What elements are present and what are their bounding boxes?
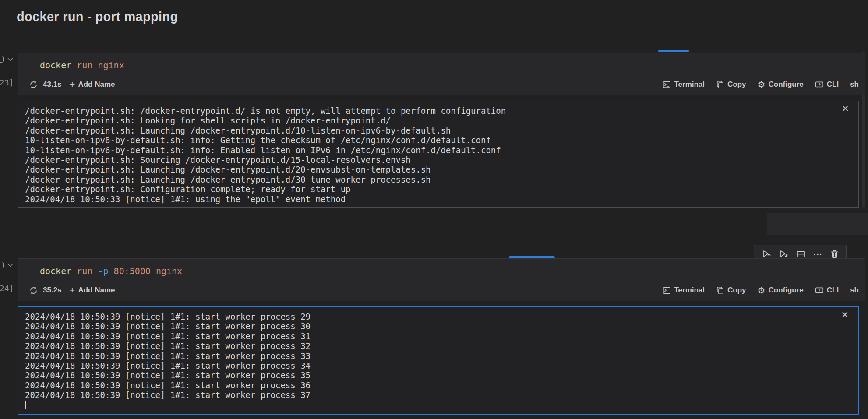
cell-output-focused[interactable]: 2024/04/18 10:50:39 [notice] 1#1: start … xyxy=(18,306,859,415)
log-line: /docker-entrypoint.sh: Looking for shell… xyxy=(25,116,841,125)
delete-cell-button[interactable] xyxy=(830,250,839,259)
terminal-icon xyxy=(663,286,671,295)
add-name-label: Add Name xyxy=(78,80,115,89)
cli-icon xyxy=(815,81,824,89)
code-editor-line[interactable]: docker run nginx xyxy=(40,59,124,71)
chevron-down-icon[interactable] xyxy=(7,263,14,268)
terminal-button[interactable]: Terminal xyxy=(663,80,705,89)
log-line: 2024/04/18 10:50:39 [notice] 1#1: start … xyxy=(25,321,841,331)
plus-icon: + xyxy=(70,285,75,295)
cell-toolbar: Terminal Copy ⚙ Configure CLI sh xyxy=(663,282,859,299)
cli-button[interactable]: CLI xyxy=(815,286,839,295)
terminal-caret xyxy=(25,401,26,409)
add-name-button[interactable]: + Add Name xyxy=(70,80,115,89)
cell-progress-indicator-top xyxy=(658,50,689,52)
copy-button[interactable]: Copy xyxy=(716,286,746,295)
log-line: 2024/04/18 10:50:39 [notice] 1#1: start … xyxy=(25,380,841,390)
split-cell-button[interactable] xyxy=(796,250,806,259)
execution-count: [24] xyxy=(0,284,14,293)
run-above-button[interactable] xyxy=(762,249,772,259)
log-lines: /docker-entrypoint.sh: /docker-entrypoin… xyxy=(25,106,841,204)
execution-duration: 43.1s xyxy=(43,80,62,89)
configure-button[interactable]: ⚙ Configure xyxy=(758,80,804,89)
log-line: /docker-entrypoint.sh: Launching /docker… xyxy=(25,126,841,135)
split-cell-icon xyxy=(796,250,806,259)
log-line: 2024/04/18 10:50:39 [notice] 1#1: start … xyxy=(25,312,841,321)
plus-icon: + xyxy=(70,80,75,89)
log-line: /docker-entrypoint.sh: Configuration com… xyxy=(25,184,841,194)
add-name-label: Add Name xyxy=(78,286,115,295)
log-line: 2024/04/18 10:50:33 [notice] 1#1: using … xyxy=(25,194,841,204)
code-cell: docker run nginx 43.1s + Add Name Termin… xyxy=(18,53,865,95)
close-output-icon[interactable]: × xyxy=(842,103,849,115)
log-line: /docker-entrypoint.sh: Launching /docker… xyxy=(25,175,841,184)
cell-handle-icon[interactable] xyxy=(0,56,4,63)
log-line: /docker-entrypoint.sh: /docker-entrypoin… xyxy=(25,106,841,116)
terminal-button[interactable]: Terminal xyxy=(663,286,705,295)
notebook-page: docker run - port mapping [23] docker ru… xyxy=(0,0,868,419)
cli-icon xyxy=(815,286,824,295)
trash-icon xyxy=(830,250,839,259)
more-actions-button[interactable] xyxy=(813,250,822,259)
log-line: 2024/04/18 10:50:39 [notice] 1#1: start … xyxy=(25,361,841,370)
kernel-shell-label[interactable]: sh xyxy=(850,286,859,295)
cell-output[interactable]: /docker-entrypoint.sh: /docker-entrypoin… xyxy=(18,101,859,208)
log-line: 2024/04/18 10:50:39 [notice] 1#1: start … xyxy=(25,331,841,341)
ellipsis-icon xyxy=(813,250,822,259)
terminal-icon xyxy=(663,81,671,89)
log-line: 2024/04/18 10:50:39 [notice] 1#1: start … xyxy=(25,390,841,400)
log-line: 10-listen-on-ipv6-by-default.sh: info: E… xyxy=(25,145,841,155)
run-below-button[interactable] xyxy=(779,249,789,259)
copy-icon xyxy=(716,286,724,295)
cell-status-bar: 35.2s + Add Name Terminal Copy ⚙ Configu… xyxy=(18,282,865,299)
page-title: docker run - port mapping xyxy=(17,10,178,24)
copy-icon xyxy=(716,81,724,89)
cell-handle-icon[interactable] xyxy=(0,262,4,268)
copy-button[interactable]: Copy xyxy=(716,80,746,89)
close-output-icon[interactable]: × xyxy=(841,309,848,321)
log-line: 2024/04/18 10:50:39 [notice] 1#1: start … xyxy=(25,341,841,351)
execution-count: [23] xyxy=(0,78,14,87)
sync-icon xyxy=(29,286,38,295)
gear-icon: ⚙ xyxy=(758,286,766,295)
chevron-down-icon[interactable] xyxy=(7,57,14,62)
cli-button[interactable]: CLI xyxy=(815,80,839,89)
log-lines: 2024/04/18 10:50:39 [notice] 1#1: start … xyxy=(25,312,841,400)
add-name-button[interactable]: + Add Name xyxy=(70,285,115,295)
log-line: 10-listen-on-ipv6-by-default.sh: info: G… xyxy=(25,135,841,145)
cell-toolbar: Terminal Copy ⚙ Configure CLI sh xyxy=(663,76,859,93)
log-line: 2024/04/18 10:50:39 [notice] 1#1: start … xyxy=(25,370,841,380)
run-below-icon xyxy=(779,249,789,259)
configure-button[interactable]: ⚙ Configure xyxy=(758,286,804,295)
log-line: /docker-entrypoint.sh: Launching /docker… xyxy=(25,165,841,174)
cell-status-bar: 43.1s + Add Name Terminal Copy ⚙ Configu… xyxy=(18,76,865,93)
log-line: /docker-entrypoint.sh: Sourcing /docker-… xyxy=(25,155,841,165)
run-above-icon xyxy=(762,249,772,259)
log-line: 2024/04/18 10:50:39 [notice] 1#1: start … xyxy=(25,351,841,361)
code-editor-line[interactable]: docker run -p 80:5000 nginx xyxy=(40,265,182,277)
gear-icon: ⚙ xyxy=(758,80,766,89)
kernel-shell-label[interactable]: sh xyxy=(850,80,859,89)
cell-hover-region xyxy=(767,213,868,235)
execution-duration: 35.2s xyxy=(43,286,62,295)
code-cell: docker run -p 80:5000 nginx 35.2s + Add … xyxy=(18,258,865,301)
sync-icon xyxy=(29,81,38,89)
